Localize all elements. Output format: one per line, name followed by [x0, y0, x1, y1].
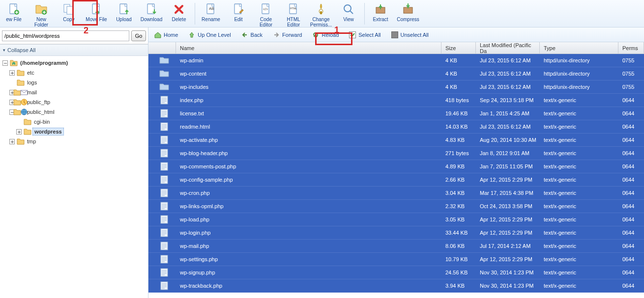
tree-item[interactable]: mail [2, 87, 148, 97]
file-modified: Sep 24, 2013 5:18 PM [476, 97, 540, 103]
file-row[interactable]: wp-links-opml.php2.32 KBOct 24, 2013 3:5… [148, 200, 644, 213]
file-row[interactable]: wp-trackback.php3.94 KBNov 30, 2014 1:23… [148, 279, 644, 293]
view-icon [342, 2, 355, 16]
nav-home-button[interactable]: Home [151, 29, 180, 40]
file-perms: 0644 [618, 270, 644, 275]
file-name: wp-activate.php [176, 137, 441, 143]
change-perms-button[interactable]: ChangePermiss... [307, 1, 335, 27]
folder-icon [17, 108, 25, 116]
file-row[interactable]: wp-content4 KBJul 23, 2015 6:12 AMhttpd/… [148, 67, 644, 81]
file-perms: 0644 [618, 150, 644, 156]
rename-label: Rename [202, 17, 220, 22]
delete-button[interactable]: Delete [165, 1, 193, 27]
col-name[interactable]: Name [176, 42, 441, 54]
code-editor-icon: </> [259, 2, 273, 16]
tree-item[interactable]: public_html [2, 107, 148, 117]
edit-button[interactable]: Edit [225, 1, 252, 27]
nav-select-all-button[interactable]: Select All [346, 29, 383, 40]
go-button[interactable]: Go [131, 30, 146, 41]
file-row[interactable]: readme.html14.03 KBJul 23, 2015 6:12 AMt… [148, 120, 644, 134]
file-perms: 0644 [618, 283, 644, 289]
tree-item[interactable]: tmp [2, 136, 148, 146]
nav-up-button[interactable]: Up One Level [185, 29, 233, 40]
file-name: wp-signup.php [176, 270, 441, 275]
file-type: text/x-generic [540, 137, 618, 143]
nav-forward-button[interactable]: Forward [270, 29, 304, 40]
html-editor-button[interactable]: HTMLHTMLEditor [280, 1, 307, 27]
folder-icon [17, 137, 25, 145]
collapse-all-label: Collapse All [7, 47, 35, 53]
tree-item[interactable]: etc [2, 68, 148, 78]
file-perms: 0644 [618, 137, 644, 143]
extract-button[interactable]: Extract [367, 1, 394, 27]
rename-button[interactable]: ABRename [197, 1, 225, 27]
tree-toggle-icon[interactable] [16, 129, 22, 135]
copy-button[interactable]: Copy [55, 1, 83, 27]
collapse-all-button[interactable]: ▾ Collapse All [0, 44, 148, 56]
file-name: wp-admin [176, 57, 441, 63]
svg-text:HTML: HTML [290, 7, 297, 10]
tree-item[interactable]: logs [2, 78, 148, 87]
file-row[interactable]: wp-config-sample.php2.66 KBApr 12, 2015 … [148, 173, 644, 187]
file-perms: 0644 [618, 230, 644, 236]
tree-toggle-icon[interactable] [9, 70, 15, 76]
tree-item[interactable]: public_ftp [2, 97, 148, 107]
file-row[interactable]: wp-settings.php10.79 KBApr 12, 2015 2:29… [148, 253, 644, 266]
col-perms[interactable]: Perms [618, 42, 644, 54]
file-icon [148, 109, 176, 118]
tree-item[interactable]: wordpress [2, 127, 148, 136]
file-row[interactable]: index.php418 bytesSep 24, 2013 5:18 PMte… [148, 94, 644, 107]
copy-label: Copy [63, 17, 74, 22]
file-icon [148, 122, 176, 131]
compress-button[interactable]: Compress [394, 1, 422, 27]
col-type[interactable]: Type [540, 42, 618, 54]
file-size: 10.79 KB [441, 256, 476, 262]
folder-icon [17, 98, 25, 106]
col-icon[interactable] [148, 42, 176, 54]
file-row[interactable]: wp-activate.php4.83 KBAug 20, 2014 10:30… [148, 134, 644, 147]
tree-toggle-icon[interactable] [2, 60, 8, 66]
file-row[interactable]: wp-includes4 KBJul 23, 2015 6:12 AMhttpd… [148, 81, 644, 94]
file-row[interactable]: wp-blog-header.php271 bytesJan 8, 2012 9… [148, 147, 644, 160]
file-modified: Apr 12, 2015 2:29 PM [476, 256, 540, 262]
new-file-button[interactable]: ew File [0, 1, 28, 27]
file-name: license.txt [176, 110, 441, 116]
file-modified: Oct 24, 2013 3:58 PM [476, 203, 540, 209]
file-type: text/x-generic [540, 110, 618, 116]
svg-rect-30 [350, 31, 356, 38]
upload-button[interactable]: Upload [110, 1, 138, 27]
annotation-num-2: 2 [84, 26, 88, 36]
file-row[interactable]: license.txt19.46 KBJan 1, 2015 4:25 AMte… [148, 107, 644, 120]
file-row[interactable]: wp-load.php3.05 KBApr 12, 2015 2:29 PMte… [148, 213, 644, 226]
path-input[interactable] [2, 30, 129, 41]
file-row[interactable]: wp-comments-post.php4.89 KBJan 7, 2015 1… [148, 160, 644, 173]
file-row[interactable]: wp-mail.php8.06 KBJul 17, 2014 2:12 AMte… [148, 240, 644, 253]
download-button[interactable]: Download [138, 1, 165, 27]
file-row[interactable]: wp-signup.php24.56 KBNov 30, 2014 1:23 P… [148, 266, 644, 279]
move-file-button[interactable]: Move File [83, 1, 110, 27]
file-name: wp-trackback.php [176, 283, 441, 289]
path-bar: Go [0, 27, 148, 44]
tree-item-label: wordpress [32, 128, 64, 135]
collapse-icon: ▾ [3, 48, 5, 53]
file-modified: Jul 23, 2015 6:12 AM [476, 84, 540, 90]
col-modified[interactable]: Last Modified (Pacific Da [476, 42, 540, 54]
nav-back-button[interactable]: Back [238, 29, 265, 40]
svg-rect-42 [161, 229, 168, 237]
file-row[interactable]: wp-cron.php3.04 KBMar 17, 2015 4:38 PMte… [148, 187, 644, 200]
new-folder-button[interactable]: NewFolder [28, 1, 55, 27]
view-button[interactable]: View [335, 1, 362, 27]
tree-item-label: etc [26, 69, 36, 76]
svg-rect-4 [67, 6, 73, 14]
tree-toggle-icon[interactable] [9, 138, 15, 144]
nav-label: Unselect All [401, 32, 429, 38]
col-size[interactable]: Size [441, 42, 476, 54]
nav-unselect-all-button[interactable]: Unselect All [388, 29, 431, 40]
tree-item[interactable]: cgi-bin [2, 117, 148, 127]
file-row[interactable]: wp-admin4 KBJul 23, 2015 6:12 AMhttpd/un… [148, 54, 644, 67]
file-row[interactable]: wp-login.php33.44 KBApr 12, 2015 2:29 PM… [148, 226, 644, 240]
edit-label: Edit [234, 17, 242, 22]
code-editor-button[interactable]: </>CodeEditor [252, 1, 280, 27]
svg-rect-35 [161, 136, 168, 144]
tree-item[interactable]: (/home/programm) [2, 58, 148, 68]
